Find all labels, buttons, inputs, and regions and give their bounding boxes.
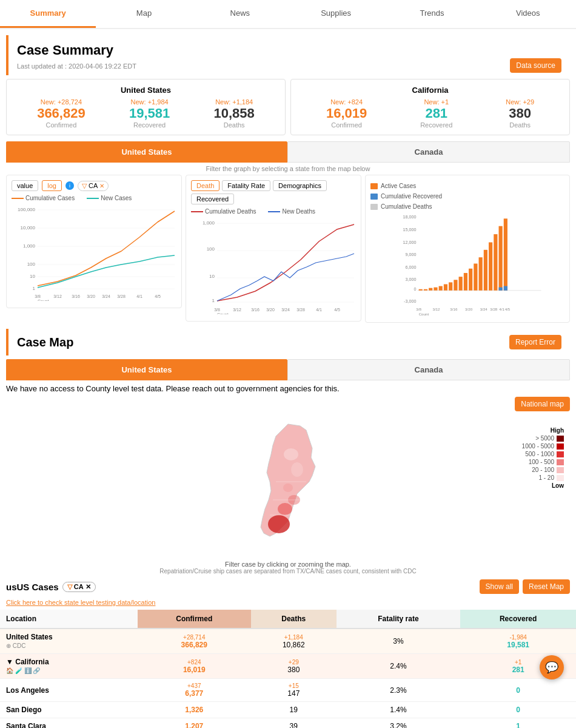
legend-item: Cumulative Deaths (191, 208, 256, 215)
svg-text:3/20: 3/20 (266, 308, 275, 312)
svg-point-77 (268, 515, 290, 533)
cases-filter-tag: ▽ CA ✕ (62, 582, 96, 592)
svg-text:Count: Count (217, 312, 229, 314)
cell-deaths: +1,18410,862 (251, 629, 337, 654)
tab-canada[interactable]: Canada (287, 141, 570, 163)
map-legend: High > 50001000 - 5000500 - 1000100 - 50… (522, 427, 564, 489)
bar-chart-box: Active CasesCumulative RecoveredCumulati… (365, 175, 570, 323)
log-btn[interactable]: log (42, 180, 62, 191)
map-tab-us[interactable]: United States (6, 359, 287, 380)
svg-rect-58 (474, 263, 477, 290)
cell-deaths: +29380 (251, 654, 337, 679)
us-confirmed: New: +28,724 366,829 Confirmed (37, 98, 85, 129)
testing-link[interactable]: Click here to check state level testing … (6, 599, 570, 606)
svg-rect-60 (484, 250, 487, 291)
svg-text:3/24: 3/24 (480, 307, 488, 311)
legend-item: Cumulative Cases (12, 195, 75, 201)
death-tab-death[interactable]: Death (191, 180, 219, 191)
value-btn[interactable]: value (12, 180, 38, 191)
cell-confirmed: 1,326 (138, 702, 251, 718)
death-tab-demographics[interactable]: Demographics (273, 180, 327, 191)
nav-item-summary[interactable]: Summary (0, 0, 96, 28)
svg-text:100: 100 (207, 246, 215, 252)
legend-item: New Deaths (268, 208, 315, 215)
chat-bubble[interactable]: 💬 (540, 655, 564, 679)
nav-item-trends[interactable]: Trends (384, 0, 480, 28)
tab-us[interactable]: United States (6, 141, 287, 163)
svg-text:4/1: 4/1 (316, 308, 322, 312)
data-source-button[interactable]: Data source (510, 58, 561, 73)
map-legend-high: High (522, 427, 564, 434)
national-map-button[interactable]: National map (515, 397, 570, 411)
table-row[interactable]: ▼ California🏠 🧪 ℹ️ 🔗+82416,019+293802.4%… (0, 654, 576, 679)
death-tab-fatality-rate[interactable]: Fatality Rate (222, 180, 270, 191)
map-legend-item: 1000 - 5000 (522, 443, 564, 450)
table-row[interactable]: San Diego1,326191.4%0 (0, 702, 576, 718)
cell-location: San Diego (0, 702, 138, 718)
cell-recovered: 0 (460, 679, 576, 702)
bar-legend-item: Active Cases (370, 183, 564, 189)
chart-controls: value log i ▽ CA ✕ (12, 180, 176, 191)
region-tab-bar: United States Canada (6, 141, 570, 163)
nav-item-supplies[interactable]: Supplies (288, 0, 384, 28)
report-error-button[interactable]: Report Error (509, 335, 561, 349)
col-fatality: Fatality rate (337, 610, 461, 629)
left-chart-legend: Cumulative CasesNew Cases (12, 195, 176, 201)
svg-rect-48 (424, 289, 427, 291)
main-nav: SummaryMapNewsSuppliesTrendsVideos (0, 0, 576, 29)
nav-item-videos[interactable]: Videos (480, 0, 576, 28)
svg-text:3/8: 3/8 (416, 307, 421, 311)
svg-rect-55 (459, 277, 463, 291)
case-map-title: Case Map (17, 335, 73, 349)
map-container[interactable]: High > 50001000 - 5000500 - 1000100 - 50… (6, 421, 570, 554)
case-map-header: Case Map Report Error (6, 329, 570, 356)
svg-text:4/5: 4/5 (155, 294, 161, 298)
nav-item-map[interactable]: Map (96, 0, 192, 28)
svg-text:3/28: 3/28 (490, 307, 498, 311)
svg-text:4/1: 4/1 (499, 307, 504, 311)
svg-rect-65 (499, 288, 503, 291)
filter-clear-icon[interactable]: ✕ (99, 183, 104, 189)
svg-text:15,000: 15,000 (403, 227, 416, 232)
svg-rect-61 (489, 242, 492, 290)
svg-text:3/20: 3/20 (465, 307, 473, 311)
bar-chart-legend: Active CasesCumulative RecoveredCumulati… (370, 180, 564, 212)
cell-location: Los Angeles (0, 679, 138, 702)
svg-rect-59 (479, 257, 483, 291)
map-tab-canada[interactable]: Canada (287, 359, 570, 380)
cell-fatality: 3% (337, 629, 461, 654)
cell-confirmed: +28,714366,829 (138, 629, 251, 654)
cell-location: ▼ California🏠 🧪 ℹ️ 🔗 (0, 654, 138, 679)
cell-deaths: 39 (251, 718, 337, 729)
cases-chart-svg: 100,000 10,000 1,000 100 10 1 3/8 3/12 3… (12, 204, 176, 301)
svg-rect-52 (444, 284, 447, 290)
svg-text:3/16: 3/16 (251, 308, 260, 312)
svg-text:3/20: 3/20 (87, 294, 95, 298)
cell-recovered: 1 (460, 718, 576, 729)
reset-map-button[interactable]: Reset Map (523, 579, 570, 594)
table-row[interactable]: Santa Clara1,207393.2%1 (0, 718, 576, 729)
cell-recovered: -1,98419,581 (460, 629, 576, 654)
map-legend-low: Low (522, 482, 564, 489)
us-recovered: New: +1,984 19,581 Recovered (129, 98, 170, 129)
map-legend-item: 500 - 1000 (522, 451, 564, 457)
info-icon[interactable]: i (65, 181, 74, 190)
cases-table-header: usUS Cases ▽ CA ✕ Show all Reset Map (6, 579, 570, 594)
svg-rect-64 (504, 218, 507, 290)
table-row[interactable]: Los Angeles+4376,377+151472.3%0 (0, 679, 576, 702)
ca-title: California (300, 86, 561, 95)
show-all-button[interactable]: Show all (480, 579, 519, 594)
table-row[interactable]: United States⊕ CDC+28,714366,829+1,18410… (0, 629, 576, 654)
map-legend-item: > 5000 (522, 435, 564, 442)
table-header-row: Location Confirmed Deaths Fatality rate … (0, 610, 576, 629)
svg-text:100,000: 100,000 (18, 207, 35, 212)
filter-icon: ▽ (82, 182, 87, 190)
svg-text:Count: Count (38, 299, 49, 301)
nav-item-news[interactable]: News (192, 0, 288, 28)
svg-text:-3,000: -3,000 (404, 298, 416, 304)
death-tab-recovered[interactable]: Recovered (191, 194, 234, 204)
svg-text:4/5: 4/5 (505, 307, 511, 311)
svg-text:1: 1 (212, 298, 215, 303)
cell-confirmed: +82416,019 (138, 654, 251, 679)
cases-filter-clear-icon[interactable]: ✕ (85, 583, 91, 591)
